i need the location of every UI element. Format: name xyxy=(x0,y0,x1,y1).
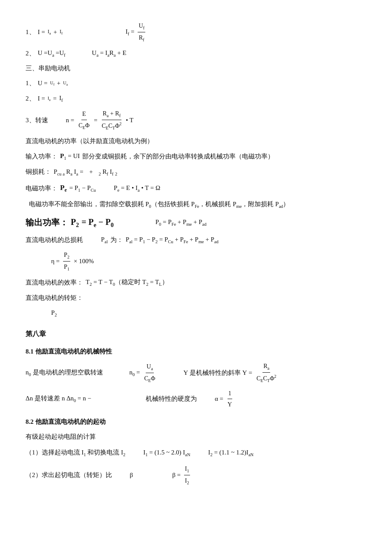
I2-formula: I2 = (1.1 ~ 1.2)IaN xyxy=(208,447,254,459)
eq-series: = xyxy=(53,93,56,104)
hardness-desc: 机械特性的硬度为 xyxy=(146,393,197,405)
section-parallel: 1、 I = Ia + If If = Uf Rf 2、 U =Ua =Uf U… xyxy=(26,20,366,59)
step2-label: （2）求出起切电流（转矩）比 xyxy=(26,469,112,481)
input-power-desc: 部分变成铜损耗，余下的部分由电动率转换成机械功率（电磁功率） xyxy=(82,151,274,162)
section-efficiency-torque: 直流电动机的效率： T2 = T − T0（稳定时 T2 = TL） 直流电动机… xyxy=(26,276,366,319)
formula-U: U =Ua =Uf xyxy=(38,47,66,60)
alpha-eq: α = xyxy=(215,393,223,405)
n-eq: n = xyxy=(66,115,75,126)
section-speed: 3、转速 n = E CEΦ = Ra + Rf CECTΦ2 • T xyxy=(26,108,366,132)
formula-I: I = xyxy=(38,26,45,38)
Pal-formula: Pal = P1 − P2 = PCu + PFe + Pme + Pad xyxy=(126,234,219,246)
P2-eq: = Pe − P0 xyxy=(81,214,113,230)
sub-Ua2: Ua xyxy=(63,79,68,87)
section-output-power: 输出功率： P2 = Pe − P0 P0 = PFe + Pme + Pad xyxy=(26,214,366,230)
section-dc-power: 直流电动机的功率（以并励直流电动机为例） 输入功率： P1 = UI 部分变成铜… xyxy=(26,135,366,211)
section-8-1: 8.1 他励直流电动机的机械特性 xyxy=(26,346,366,357)
gamma-desc: Υ 是机械特性的斜率 Υ = xyxy=(184,367,252,379)
speed-label: 3、转速 xyxy=(26,115,48,126)
chapter-8: 第八章 xyxy=(26,328,366,340)
frac-alpha: 1 Υ xyxy=(227,388,233,410)
frac-Ra-Rf: Ra + Rf CECTΦ2 xyxy=(101,108,123,132)
Pe-eq: = P1 − PCu xyxy=(69,182,96,195)
label-1: 1、 xyxy=(26,26,35,38)
total-loss-label: 直流电动机的总损耗 xyxy=(26,234,83,246)
torque-label: 直流电动机的转矩： xyxy=(26,292,83,304)
T2-formula: T2 = T − T0（稳定时 T2 = TL） xyxy=(86,276,168,289)
percent: × 100% xyxy=(74,256,94,267)
section-series: 三、串励电动机 1、 U = Uf + Ua 2、 I = Ia = If xyxy=(26,63,366,105)
sub-If: If xyxy=(60,27,63,37)
Pcu-formula: Pcu a Ra Ia = + 2 Rf If 2 xyxy=(54,166,117,178)
dc-power-title: 直流电动机的功率（以并励直流电动机为例） xyxy=(26,135,366,147)
beta-sym: β xyxy=(130,469,133,481)
startup-title: 有级起动起动电阻的计算 xyxy=(26,431,366,443)
frac-E-CEPhi: E CEΦ xyxy=(78,109,90,131)
n0-section: n0 是电动机的理想空载转速 n0 = Ua CEΦ Υ 是机械特性的斜率 Υ … xyxy=(26,361,366,384)
n0-desc: n0 是电动机的理想空载转速 xyxy=(26,367,103,379)
n0-eq: n0 = xyxy=(130,367,140,379)
section-total-loss: 直流电动机的总损耗 Pal 为： Pal = P1 − P2 = PCu + P… xyxy=(26,234,366,273)
section-8-2: 8.2 他励直流电动机的的起动 xyxy=(26,416,366,428)
series-label-1: 1、 xyxy=(26,78,35,89)
I1-formula: I1 = (1.5 ~ 2.0) IaN xyxy=(143,447,190,459)
series-I: I = xyxy=(38,93,45,104)
delta-n-section: Δn 是转速差 n Δn0 = n − 机械特性的硬度为 α = 1 Υ xyxy=(26,388,366,410)
em-power-label: 电磁功率： xyxy=(26,183,58,194)
P0-eq: P0 = PFe + Pme + Pad xyxy=(156,216,207,229)
series-label-2: 2、 xyxy=(26,93,35,104)
Pe-formula: Pe xyxy=(60,181,67,195)
dot-T: • T xyxy=(126,115,133,126)
plus-series: + xyxy=(57,78,61,89)
Pal-label: Pal xyxy=(101,234,108,246)
series-title: 三、串励电动机 xyxy=(26,63,366,74)
frac-beta: I1 I2 xyxy=(184,463,190,487)
startup-section: 有级起动起动电阻的计算 （1）选择起动电流 I1 和切换电流 I2 I1 = (… xyxy=(26,431,366,486)
eta-formula: η = xyxy=(51,256,60,267)
output-label: 输出功率： xyxy=(26,215,68,230)
P2-expr: P2 xyxy=(51,307,57,319)
frac-gamma: Ra CECTΦ2 xyxy=(256,361,277,384)
label-2: 2、 xyxy=(26,48,35,59)
efficiency-label: 直流电动机的效率： xyxy=(26,277,83,288)
delta-n-desc: Δn 是转速差 n Δn0 = n − xyxy=(26,393,91,405)
speed-eq2: = xyxy=(94,115,97,126)
P2-label: P2 xyxy=(71,214,79,230)
plus-1: + xyxy=(53,26,57,38)
main-content: 1、 I = Ia + If If = Uf Rf 2、 U =Ua =Uf U… xyxy=(26,20,366,486)
beta-eq: β = xyxy=(172,469,181,481)
pal-as: 为： xyxy=(110,234,123,246)
If-eq: If = xyxy=(126,26,135,38)
copper-loss-label: 铜损耗： xyxy=(26,166,51,178)
series-If: If xyxy=(59,92,63,105)
frac-n0: Ua CEΦ xyxy=(143,361,156,385)
em-note: 电磁功率不能全部输出，需扣除空载损耗 P0（包括铁损耗 PFe，机械损耗 Pme… xyxy=(26,198,366,211)
input-power-label: 输入功率： xyxy=(26,151,58,162)
step1-label: （1）选择起动电流 I1 和切换电流 I2 xyxy=(26,447,125,459)
sub-Uf2: Uf xyxy=(50,79,55,87)
series-U: U = xyxy=(38,78,48,89)
Ua-formula: Ua = IaRa + E xyxy=(92,47,127,60)
frac-eta: P2 P1 xyxy=(63,250,70,273)
P1-label: P1 = UI xyxy=(60,150,80,163)
sub-Ia2: Ia xyxy=(48,95,51,103)
sub-Ia: Ia xyxy=(48,27,51,37)
Pe-eq2: Pe = E • Ia • T = Ω xyxy=(114,182,160,195)
frac-Uf-Rf: Uf Rf xyxy=(138,20,145,44)
